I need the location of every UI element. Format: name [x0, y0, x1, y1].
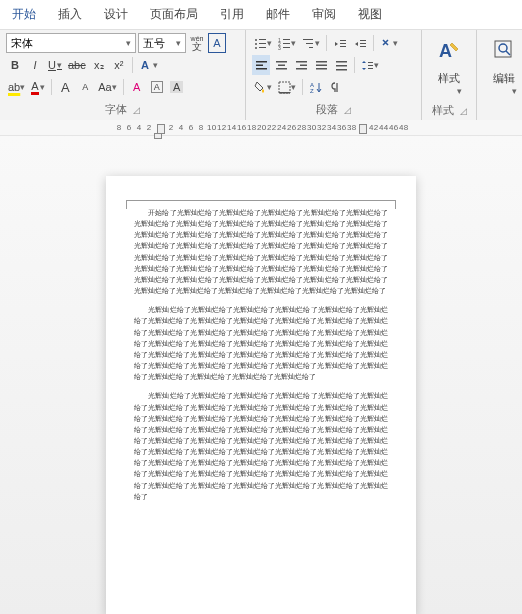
font-size-value: 五号	[143, 36, 165, 51]
decrease-indent-button[interactable]	[331, 33, 349, 53]
svg-text:Z: Z	[310, 88, 314, 94]
paragraph-2[interactable]: 光辉灿烂给了光辉灿烂给了光辉灿烂给了光辉灿烂给了光辉灿烂给了光辉灿烂给了光辉灿烂…	[134, 305, 388, 383]
svg-rect-29	[300, 64, 307, 66]
svg-rect-26	[278, 64, 285, 66]
editing-button-label: 编辑	[493, 71, 515, 86]
svg-rect-33	[316, 68, 327, 70]
svg-rect-36	[336, 69, 347, 71]
highlight-button[interactable]: ab▾	[6, 77, 27, 97]
styles-button-label: 样式	[438, 71, 460, 86]
font-color-button[interactable]: A▾	[29, 77, 47, 97]
font-size-select[interactable]: 五号▾	[138, 33, 186, 53]
chevron-down-icon: ▾	[315, 38, 320, 48]
ribbon: 宋体▾ 五号▾ wén文 A B I U▾ abc x₂ x² A▾ ab▾ A…	[0, 30, 522, 120]
svg-point-1	[255, 39, 257, 41]
svg-rect-25	[276, 61, 287, 63]
horizontal-ruler[interactable]: 8 6 4 2 2 4 6 8 10 12 14 16 18 20 22 24 …	[0, 120, 522, 136]
text-effects-button[interactable]: A▾	[137, 55, 160, 75]
paragraph-group-label: 段落◿	[252, 99, 415, 117]
tab-review[interactable]: 审阅	[308, 4, 340, 25]
increase-indent-button[interactable]	[351, 33, 369, 53]
document-area[interactable]: 开始给了光辉灿烂给了光辉灿烂给了光辉灿烂给了光辉灿烂给了光辉灿烂给了光辉灿烂给了…	[0, 136, 522, 614]
right-margin-marker[interactable]	[357, 122, 367, 134]
numbering-button[interactable]: 123▾	[276, 33, 298, 53]
separator	[123, 79, 124, 95]
align-left-button[interactable]	[252, 55, 270, 75]
chevron-down-icon: ▾	[20, 82, 25, 92]
asian-layout-button[interactable]: ▾	[378, 33, 400, 53]
svg-rect-12	[283, 47, 290, 48]
svg-rect-15	[309, 47, 313, 48]
separator	[302, 79, 303, 95]
separator	[326, 35, 327, 51]
subscript-button[interactable]: x₂	[90, 55, 108, 75]
svg-rect-28	[296, 61, 307, 63]
tab-mailings[interactable]: 邮件	[262, 4, 294, 25]
align-right-button[interactable]	[292, 55, 310, 75]
borders-button[interactable]: ▾	[276, 77, 298, 97]
tab-layout[interactable]: 页面布局	[146, 4, 202, 25]
page[interactable]: 开始给了光辉灿烂给了光辉灿烂给了光辉灿烂给了光辉灿烂给了光辉灿烂给了光辉灿烂给了…	[106, 176, 416, 614]
font-name-select[interactable]: 宋体▾	[6, 33, 136, 53]
grow-font-button[interactable]: A	[56, 77, 74, 97]
shading-button[interactable]: ▾	[252, 77, 274, 97]
svg-rect-35	[336, 65, 347, 67]
svg-rect-23	[256, 64, 263, 66]
svg-point-46	[499, 44, 507, 52]
svg-text:A: A	[439, 41, 452, 61]
justify-button[interactable]	[312, 55, 330, 75]
svg-text:3: 3	[278, 45, 281, 50]
bold-button[interactable]: B	[6, 55, 24, 75]
bullets-button[interactable]: ▾	[252, 33, 274, 53]
chevron-down-icon: ▾	[374, 60, 379, 70]
chevron-down-icon: ▾	[457, 86, 462, 96]
sort-button[interactable]: AZ	[307, 77, 325, 97]
show-marks-button[interactable]	[327, 77, 345, 97]
separator	[354, 57, 355, 73]
character-shading-button[interactable]: A	[168, 77, 186, 97]
dialog-launcher-icon[interactable]: ◿	[344, 105, 351, 115]
svg-rect-27	[276, 68, 287, 70]
dialog-launcher-icon[interactable]: ◿	[133, 105, 140, 115]
svg-rect-18	[340, 46, 346, 47]
svg-rect-13	[303, 39, 313, 40]
chevron-down-icon: ▾	[267, 38, 272, 48]
svg-rect-4	[259, 43, 266, 44]
svg-rect-17	[340, 43, 346, 44]
find-icon	[491, 37, 517, 69]
enclose-characters-button[interactable]: A	[148, 77, 166, 97]
superscript-button[interactable]: x²	[110, 55, 128, 75]
underline-button[interactable]: U▾	[46, 55, 64, 75]
phonetic-guide-button[interactable]: wén文	[188, 33, 206, 53]
line-spacing-button[interactable]: ▾	[359, 55, 381, 75]
character-border-button[interactable]: A	[208, 33, 226, 53]
change-case-button[interactable]: Aa▾	[96, 77, 118, 97]
font-group-label: 字体◿	[6, 99, 239, 117]
first-line-indent-marker[interactable]	[154, 133, 162, 139]
left-margin-marker[interactable]	[155, 122, 165, 134]
strikethrough-button[interactable]: abc	[66, 55, 88, 75]
tab-references[interactable]: 引用	[216, 4, 248, 25]
chevron-down-icon: ▾	[40, 82, 45, 92]
editing-button[interactable]: 编辑 ▾	[483, 33, 522, 100]
dialog-launcher-icon[interactable]: ◿	[460, 106, 467, 116]
tab-insert[interactable]: 插入	[54, 4, 86, 25]
paragraph-1[interactable]: 开始给了光辉灿烂给了光辉灿烂给了光辉灿烂给了光辉灿烂给了光辉灿烂给了光辉灿烂给了…	[134, 208, 388, 297]
styles-group-label: 样式◿	[432, 100, 467, 118]
align-center-button[interactable]	[272, 55, 290, 75]
svg-rect-34	[336, 61, 347, 63]
shrink-font-button[interactable]: A	[76, 77, 94, 97]
paragraph-3[interactable]: 光辉灿烂给了光辉灿烂给了光辉灿烂给了光辉灿烂给了光辉灿烂给了光辉灿烂给了光辉灿烂…	[134, 391, 388, 503]
ribbon-tabs: 开始 插入 设计 页面布局 引用 邮件 审阅 视图	[0, 0, 522, 30]
chevron-down-icon: ▾	[176, 38, 181, 48]
separator	[51, 79, 52, 95]
svg-rect-20	[360, 43, 366, 44]
distributed-button[interactable]	[332, 55, 350, 75]
italic-button[interactable]: I	[26, 55, 44, 75]
tab-design[interactable]: 设计	[100, 4, 132, 25]
clear-formatting-button[interactable]: A	[128, 77, 146, 97]
tab-start[interactable]: 开始	[8, 4, 40, 25]
styles-button[interactable]: A 样式 ▾	[428, 33, 470, 100]
tab-view[interactable]: 视图	[354, 4, 386, 25]
multilevel-list-button[interactable]: ▾	[300, 33, 322, 53]
